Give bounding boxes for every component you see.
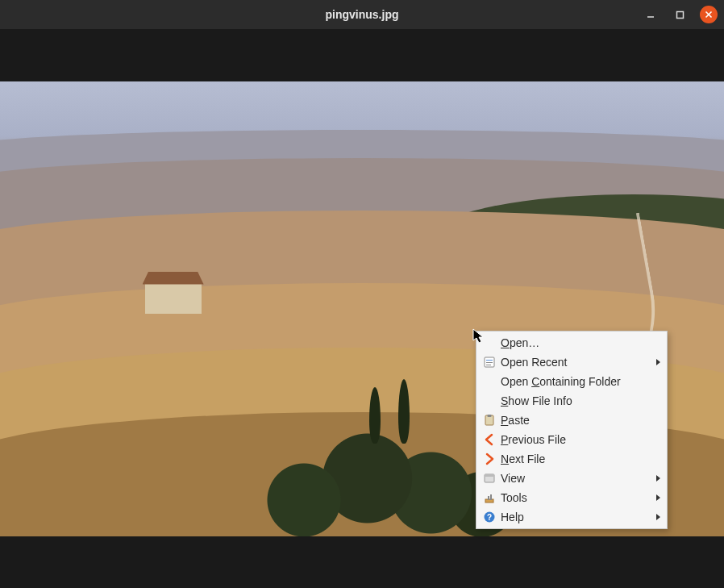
menu-item-next-file[interactable]: Next File — [476, 449, 667, 469]
menu-item-label: Open… — [501, 336, 649, 349]
menu-item-label: Open Recent — [501, 356, 649, 369]
blank-icon — [481, 374, 497, 389]
help-icon: ? — [481, 510, 497, 524]
menu-item-label: Paste — [501, 414, 649, 427]
titlebar[interactable]: pingvinus.jpg — [0, 0, 724, 29]
window-title: pingvinus.jpg — [326, 8, 399, 21]
menu-item-label: Tools — [501, 491, 649, 504]
menu-item-label: Previous File — [501, 433, 649, 446]
menu-item-previous-file[interactable]: Previous File — [476, 430, 667, 449]
blank-icon — [481, 394, 497, 408]
menu-item-open[interactable]: Open… — [476, 333, 667, 352]
svg-rect-6 — [486, 362, 493, 363]
submenu-arrow-icon — [656, 494, 660, 501]
menu-item-paste[interactable]: Paste — [476, 411, 667, 430]
svg-rect-1 — [676, 11, 683, 18]
submenu-arrow-icon — [656, 359, 660, 365]
menu-item-show-file-info[interactable]: Show File Info — [476, 391, 667, 411]
tools-icon — [481, 490, 497, 505]
paste-icon — [481, 413, 497, 427]
svg-rect-11 — [485, 474, 494, 477]
menu-item-help[interactable]: ?Help — [476, 507, 667, 527]
menu-item-label: Open Containing Folder — [501, 375, 649, 388]
landscape-house — [145, 283, 202, 314]
minimize-button[interactable] — [642, 6, 660, 23]
menu-item-label: Next File — [501, 452, 649, 465]
blank-icon — [481, 336, 497, 350]
context-menu: Open…Open RecentOpen Containing FolderSh… — [476, 331, 668, 529]
svg-rect-9 — [488, 415, 492, 417]
menu-item-label: Show File Info — [501, 394, 649, 407]
svg-rect-13 — [488, 496, 489, 500]
submenu-arrow-icon — [656, 514, 660, 520]
menu-item-open-recent[interactable]: Open Recent — [476, 352, 667, 372]
close-button[interactable] — [700, 6, 718, 23]
view-icon — [481, 471, 497, 486]
maximize-button[interactable] — [671, 6, 689, 23]
svg-text:?: ? — [487, 513, 492, 522]
window-controls — [642, 0, 718, 29]
menu-item-label: Help — [501, 511, 649, 523]
submenu-arrow-icon — [656, 475, 660, 482]
menu-item-view[interactable]: View — [476, 469, 667, 488]
next-icon — [481, 452, 497, 466]
svg-rect-7 — [486, 365, 491, 365]
svg-rect-14 — [490, 494, 492, 500]
menu-item-open-containing-folder[interactable]: Open Containing Folder — [476, 372, 667, 391]
svg-rect-5 — [486, 360, 493, 361]
prev-icon — [481, 432, 497, 447]
menu-item-tools[interactable]: Tools — [476, 488, 667, 507]
menu-item-label: View — [501, 472, 649, 485]
recent-icon — [481, 355, 497, 369]
